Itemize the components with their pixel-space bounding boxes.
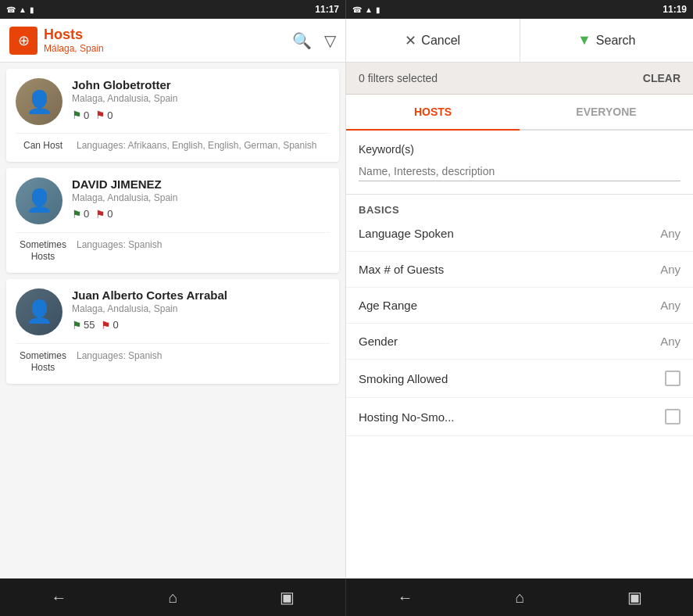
host-status-3: SometimesHosts — [16, 350, 70, 374]
status-time-left: 11:17 — [315, 4, 339, 15]
host-location-3: Malaga, Andalusia, Spain — [72, 303, 330, 314]
host-location-2: Malaga, Andalusia, Spain — [72, 192, 330, 203]
signal-icon: ☎ — [6, 5, 16, 14]
tab-everyone-label: EVERYONE — [576, 106, 636, 118]
keyword-input[interactable] — [359, 162, 680, 181]
host-card-3[interactable]: 👤 Juan Alberto Cortes Arrabal Malaga, An… — [6, 279, 339, 384]
languages-label-3: Languages: — [77, 350, 126, 361]
left-header: ⊕ Hosts Málaga, Spain 🔍 ▽ — [0, 19, 345, 63]
basics-title: BASICS — [359, 204, 680, 216]
app-icon: ⊕ — [9, 27, 38, 55]
host-card-1[interactable]: 👤 John Globetrotter Malaga, Andalusia, S… — [6, 69, 339, 162]
battery-icon-r: ▮ — [376, 5, 380, 14]
filter-content: Keyword(s) BASICS Language Spoken Any Ma… — [346, 131, 693, 578]
battery-icon: ▮ — [30, 5, 34, 14]
host-ratings-2: ⚑ 0 ⚑ 0 — [72, 208, 330, 220]
filter-row-smoking[interactable]: Smoking Allowed — [346, 360, 693, 398]
host-name-2: DAVID JIMENEZ — [72, 177, 330, 191]
filter-tabs: HOSTS EVERYONE — [346, 95, 693, 131]
language-spoken-label: Language Spoken — [359, 227, 454, 240]
tab-everyone[interactable]: EVERYONE — [520, 95, 693, 129]
host-ratings-3: ⚑ 55 ⚑ 0 — [72, 319, 330, 331]
home-button-right[interactable]: ⌂ — [515, 589, 524, 607]
cancel-button[interactable]: ✕ Cancel — [346, 19, 520, 62]
languages-value-1: Afrikaans, English, English, German, Spa… — [127, 140, 316, 151]
gender-value: Any — [660, 335, 680, 348]
host-languages-1: Languages: Afrikaans, English, English, … — [77, 140, 330, 151]
gender-label: Gender — [359, 335, 398, 348]
green-flag-icon-3: ⚑ — [72, 319, 82, 331]
green-flag-icon-2: ⚑ — [72, 208, 82, 220]
languages-value-3: Spanish — [128, 350, 162, 361]
app-logo-icon: ⊕ — [18, 32, 30, 49]
languages-label-1: Languages: — [77, 140, 126, 151]
red-count-3: 0 — [113, 319, 118, 331]
keyword-section: Keyword(s) — [346, 131, 693, 195]
red-flag-icon-2: ⚑ — [95, 208, 105, 220]
green-flag-icon-1: ⚑ — [72, 109, 82, 121]
hosting-no-smo-checkbox[interactable] — [665, 409, 680, 424]
age-range-value: Any — [660, 299, 680, 312]
languages-label-2: Languages: — [77, 239, 126, 250]
search-label: Search — [596, 34, 636, 48]
wifi-icon: ▲ — [19, 5, 27, 14]
filter-icon[interactable]: ▽ — [324, 31, 336, 50]
left-panel: ⊕ Hosts Málaga, Spain 🔍 ▽ 👤 John Globet — [0, 19, 346, 578]
tab-hosts[interactable]: HOSTS — [346, 95, 520, 131]
smoking-checkbox[interactable] — [665, 371, 680, 386]
avatar-2: 👤 — [16, 177, 63, 224]
search-button[interactable]: ▼ Search — [520, 19, 694, 62]
host-languages-3: Languages: Spanish — [77, 350, 330, 361]
filter-row-hosting-no-smo[interactable]: Hosting No-Smo... — [346, 398, 693, 436]
host-status-1: Can Host — [16, 140, 70, 152]
search-icon[interactable]: 🔍 — [292, 31, 312, 50]
host-name-1: John Globetrotter — [72, 78, 330, 91]
bottom-nav-right: ← ⌂ ▣ — [346, 578, 693, 616]
filters-count: 0 filters selected — [359, 72, 438, 84]
right-header: ✕ Cancel ▼ Search — [346, 19, 693, 63]
host-ratings-1: ⚑ 0 ⚑ 0 — [72, 109, 330, 121]
keyword-label: Keyword(s) — [359, 143, 680, 156]
page-subtitle: Málaga, Spain — [44, 43, 286, 54]
hosts-list: 👤 John Globetrotter Malaga, Andalusia, S… — [0, 63, 345, 578]
hosting-no-smo-label: Hosting No-Smo... — [359, 410, 455, 424]
filters-bar: 0 filters selected CLEAR — [346, 63, 693, 95]
search-filter-icon: ▼ — [577, 32, 591, 48]
host-card-2[interactable]: 👤 DAVID JIMENEZ Malaga, Andalusia, Spain… — [6, 168, 339, 273]
green-count-3: 55 — [84, 319, 95, 331]
back-button-right[interactable]: ← — [397, 589, 413, 607]
red-flag-icon-3: ⚑ — [101, 319, 111, 331]
clear-button[interactable]: CLEAR — [643, 72, 680, 84]
smoking-label: Smoking Allowed — [359, 372, 448, 385]
filter-row-guests[interactable]: Max # of Guests Any — [346, 252, 693, 288]
host-info-1: John Globetrotter Malaga, Andalusia, Spa… — [72, 78, 330, 121]
avatar-3: 👤 — [16, 288, 63, 335]
tab-hosts-label: HOSTS — [414, 106, 452, 118]
cancel-x-icon: ✕ — [405, 32, 416, 49]
filter-row-gender[interactable]: Gender Any — [346, 324, 693, 360]
signal-icon-r: ☎ — [352, 5, 362, 14]
header-title-group: Hosts Málaga, Spain — [44, 27, 286, 54]
host-name-3: Juan Alberto Cortes Arrabal — [72, 288, 330, 302]
green-count-1: 0 — [84, 109, 89, 121]
host-languages-2: Languages: Spanish — [77, 239, 330, 250]
filter-row-language[interactable]: Language Spoken Any — [346, 216, 693, 252]
languages-value-2: Spanish — [128, 239, 162, 250]
max-guests-label: Max # of Guests — [359, 263, 444, 276]
back-button-left[interactable]: ← — [51, 589, 66, 607]
status-time-right: 11:19 — [663, 4, 687, 15]
recents-button-left[interactable]: ▣ — [280, 588, 295, 607]
status-bar-left: ☎ ▲ ▮ 11:17 — [0, 0, 346, 19]
recents-button-right[interactable]: ▣ — [627, 588, 642, 607]
right-panel: ✕ Cancel ▼ Search 0 filters selected CLE… — [346, 19, 693, 578]
host-info-2: DAVID JIMENEZ Malaga, Andalusia, Spain ⚑… — [72, 177, 330, 220]
language-spoken-value: Any — [660, 227, 680, 240]
bottom-nav-left: ← ⌂ ▣ — [0, 578, 346, 616]
filter-row-age[interactable]: Age Range Any — [346, 288, 693, 324]
cancel-label: Cancel — [421, 34, 460, 48]
age-range-label: Age Range — [359, 299, 417, 312]
page-title: Hosts — [44, 27, 286, 43]
green-count-2: 0 — [84, 208, 89, 220]
home-button-left[interactable]: ⌂ — [168, 589, 177, 607]
max-guests-value: Any — [660, 263, 680, 276]
